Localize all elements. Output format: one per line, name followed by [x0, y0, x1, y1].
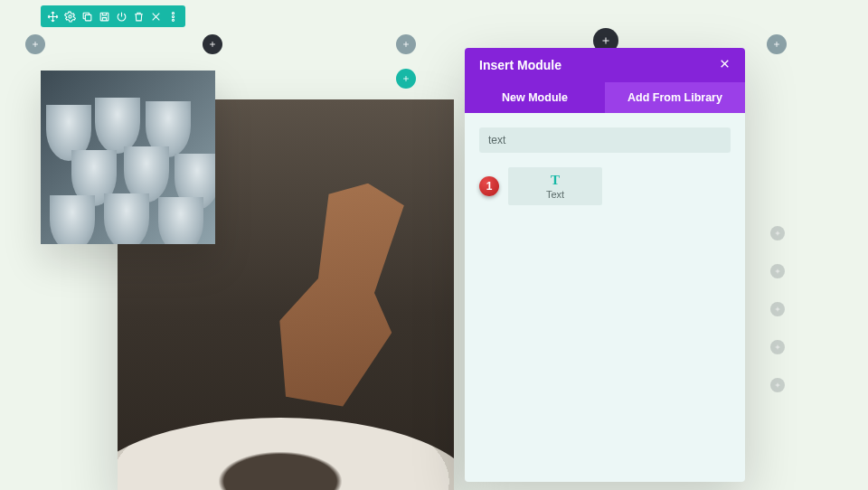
tab-add-from-library[interactable]: Add From Library	[605, 82, 745, 113]
add-section-button[interactable]	[396, 69, 416, 89]
insert-module-modal: Insert Module New Module Add From Librar…	[465, 48, 745, 482]
power-icon[interactable]	[113, 8, 130, 24]
add-column-button[interactable]	[767, 34, 787, 54]
search-results: 1 T Text	[479, 167, 731, 205]
svg-rect-1	[85, 14, 91, 20]
svg-point-0	[69, 14, 71, 17]
move-icon[interactable]	[44, 8, 61, 24]
more-icon[interactable]	[165, 8, 182, 24]
modal-header: Insert Module	[465, 48, 745, 82]
trash-icon[interactable]	[130, 8, 147, 24]
modal-tabs: New Module Add From Library	[465, 82, 745, 113]
modal-body: 1 T Text	[465, 113, 745, 482]
add-module-button[interactable]	[203, 34, 222, 54]
modal-title: Insert Module	[479, 58, 561, 72]
add-placeholder-button[interactable]	[770, 378, 785, 392]
svg-point-3	[172, 12, 174, 14]
module-search-input[interactable]	[479, 127, 731, 153]
add-placeholder-button[interactable]	[770, 340, 785, 354]
svg-rect-2	[100, 13, 108, 21]
duplicate-icon[interactable]	[79, 8, 96, 24]
svg-point-4	[172, 15, 174, 17]
module-card-text[interactable]: T Text	[508, 167, 602, 205]
add-placeholder-button[interactable]	[770, 226, 785, 240]
image-cups	[41, 71, 215, 244]
add-column-button[interactable]	[396, 34, 416, 54]
text-module-icon: T	[551, 173, 560, 188]
callout-badge-1: 1	[479, 176, 499, 196]
module-toolbar	[41, 5, 185, 27]
add-row-button[interactable]	[25, 34, 45, 54]
add-placeholder-button[interactable]	[770, 264, 785, 278]
save-icon[interactable]	[96, 8, 113, 24]
modal-close-button[interactable]	[719, 58, 731, 72]
gear-icon[interactable]	[61, 8, 79, 24]
svg-point-5	[172, 19, 174, 21]
module-card-label: Text	[546, 189, 564, 200]
add-placeholder-button[interactable]	[770, 302, 785, 316]
close-icon[interactable]	[147, 8, 165, 24]
tab-new-module[interactable]: New Module	[465, 82, 605, 113]
